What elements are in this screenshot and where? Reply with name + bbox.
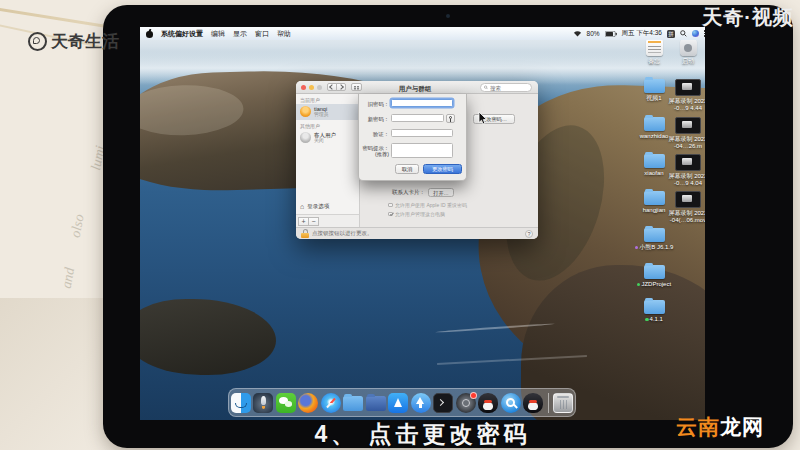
wallpaper-rocks xyxy=(140,299,276,375)
folder-icon xyxy=(644,154,665,168)
firefox-icon[interactable] xyxy=(298,393,318,413)
siri-icon[interactable] xyxy=(692,30,699,37)
folder-icon xyxy=(644,117,665,131)
desktop-icon-screen-recording[interactable]: 屏幕录制 2022-0…9 4.04 xyxy=(668,154,705,186)
folder-icon xyxy=(644,228,665,242)
dock xyxy=(228,388,576,417)
search-input[interactable] xyxy=(490,85,528,91)
green-tag-icon xyxy=(637,283,641,287)
dock-divider xyxy=(548,393,549,413)
option-apple-id-reset[interactable]: 允许用户使用 Apple ID 重设密码 xyxy=(388,202,467,208)
remove-user-button[interactable]: − xyxy=(308,217,319,226)
lock-icon[interactable] xyxy=(301,229,309,238)
forward-button[interactable] xyxy=(336,83,346,91)
new-password-field[interactable] xyxy=(391,114,444,122)
menu-edit[interactable]: 编辑 xyxy=(211,29,225,39)
desktop-icon-screen-recording[interactable]: 屏幕录制 2022-04…26.m xyxy=(668,117,705,149)
contact-card-label: 联系人卡片： xyxy=(392,189,425,196)
open-contact-card-button[interactable]: 打开… xyxy=(428,188,454,197)
video-thumbnail-icon xyxy=(675,191,701,208)
qq-second-icon[interactable] xyxy=(523,393,543,413)
trash-icon[interactable] xyxy=(553,393,573,413)
minimize-button[interactable] xyxy=(309,85,314,90)
finder-icon[interactable] xyxy=(231,393,251,413)
media-player-icon[interactable] xyxy=(456,393,476,413)
desktop-icon-folder[interactable]: 小熊B J6.1.9 xyxy=(634,228,674,251)
cancel-button[interactable]: 取消 xyxy=(395,164,419,174)
watermark-tianqi-life: 天奇生活 xyxy=(28,30,119,53)
other-users-header: 其他用户 xyxy=(296,120,359,130)
sidebar-item-current-user[interactable]: tianqi管理员 xyxy=(296,104,359,120)
paper-text: and xyxy=(59,266,78,289)
submit-change-password-button[interactable]: 更改密码 xyxy=(423,164,462,174)
menu-bar: 系统偏好设置 编辑 显示 窗口 帮助 80% 周五 下午4:36 拼 xyxy=(140,27,705,40)
installer-icon[interactable] xyxy=(411,393,431,413)
menu-clock[interactable]: 周五 下午4:36 xyxy=(622,29,662,38)
folder-icon xyxy=(644,265,665,279)
password-hint-field[interactable] xyxy=(391,143,453,158)
quicktime-icon[interactable] xyxy=(501,393,521,413)
watermark-tianqi-video: 天奇·视频 xyxy=(702,4,794,31)
menu-help[interactable]: 帮助 xyxy=(277,29,291,39)
folder-icon xyxy=(644,191,665,205)
watermark-yunnan: 云南龙网 xyxy=(676,413,764,441)
spotlight-icon[interactable] xyxy=(680,30,687,37)
launchpad-icon[interactable] xyxy=(253,393,273,413)
green-tag-icon xyxy=(645,318,649,322)
menu-app-name[interactable]: 系统偏好设置 xyxy=(161,29,203,39)
sidebar-item-login-options[interactable]: ⌂ 登录选项 xyxy=(296,201,359,212)
paper-shadow xyxy=(0,298,112,450)
tianqi-logo-icon xyxy=(28,32,47,51)
desktop-icon-screen-recording[interactable]: 屏幕录制 2022-0…9 4.44 xyxy=(668,79,705,111)
desktop-icon-app[interactable]: 启动 xyxy=(668,39,705,65)
desktop-icon-screen-recording[interactable]: 屏幕录制 2022-04(…06.mov xyxy=(668,191,705,223)
app-store-icon[interactable] xyxy=(388,393,408,413)
desktop-icon-folder[interactable]: JZDProject xyxy=(634,265,674,288)
folder-icon xyxy=(644,300,665,314)
old-password-field[interactable] xyxy=(391,99,453,107)
password-assistant-key-icon[interactable] xyxy=(446,114,455,123)
terminal-icon[interactable] xyxy=(433,393,453,413)
input-method-icon[interactable]: 拼 xyxy=(667,30,675,38)
close-button[interactable] xyxy=(301,85,306,90)
folder-dock-icon[interactable] xyxy=(343,396,363,411)
old-password-label: 旧密码： xyxy=(359,99,389,107)
sidebar-item-guest-user[interactable]: 客人用户关闭 xyxy=(296,130,359,146)
qq-icon[interactable] xyxy=(478,393,498,413)
wifi-icon[interactable] xyxy=(573,30,582,37)
video-thumbnail-icon xyxy=(675,154,701,171)
video-caption: 4、 点击更改密码 xyxy=(140,419,705,450)
checkbox-checked-icon[interactable] xyxy=(388,212,393,217)
battery-percent: 80% xyxy=(587,30,600,37)
app-icon xyxy=(680,39,697,56)
menu-view[interactable]: 显示 xyxy=(233,29,247,39)
home-icon: ⌂ xyxy=(300,203,304,210)
checkbox-icon[interactable] xyxy=(388,203,393,208)
desktop-icon-folder[interactable]: 4.1.1 xyxy=(634,300,674,323)
apple-menu-icon[interactable] xyxy=(146,30,153,38)
menu-window[interactable]: 窗口 xyxy=(255,29,269,39)
search-field[interactable] xyxy=(480,83,532,92)
folder-icon xyxy=(644,79,665,93)
verify-label: 验证： xyxy=(359,129,389,137)
option-admin-rights[interactable]: 允许用户管理这台电脑 xyxy=(388,211,445,217)
search-icon xyxy=(484,85,488,90)
notification-center-icon[interactable] xyxy=(704,30,705,36)
battery-icon[interactable] xyxy=(605,31,617,37)
folder-dark-dock-icon[interactable] xyxy=(366,396,386,411)
verify-password-field[interactable] xyxy=(391,129,453,137)
video-frame: lumi olso and 系统偏好设置 编辑 显示 窗口 帮助 80% 周五 … xyxy=(0,0,800,450)
safari-icon[interactable] xyxy=(321,393,341,413)
contact-card-row: 联系人卡片： 打开… xyxy=(392,188,454,197)
guest-avatar xyxy=(300,132,311,143)
wechat-icon[interactable] xyxy=(276,393,296,413)
help-button[interactable]: ? xyxy=(525,230,533,238)
video-thumbnail-icon xyxy=(675,79,701,96)
macos-desktop: 系统偏好设置 编辑 显示 窗口 帮助 80% 周五 下午4:36 拼 备忘 视频… xyxy=(140,27,705,420)
window-footer: 点按锁按钮以进行更改。 ? xyxy=(296,227,538,239)
zoom-button[interactable] xyxy=(317,85,322,90)
hint-label: 密码提示：(推荐) xyxy=(359,143,389,157)
window-sidebar: 当前用户 tianqi管理员 其他用户 客人用户关闭 ⌂ 登录选项 xyxy=(296,94,360,214)
webcam-dot xyxy=(446,14,450,18)
video-thumbnail-icon xyxy=(675,117,701,134)
